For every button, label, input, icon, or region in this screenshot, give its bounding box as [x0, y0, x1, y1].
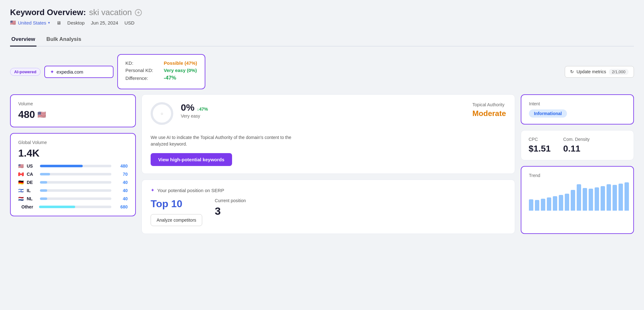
country-code-us: US [27, 163, 37, 169]
cpc-block: CPC $1.51 [529, 137, 551, 154]
serp-potential-section: Top 10 Analyze competitors [151, 198, 202, 226]
topical-authority-section: Topical Authority Moderate [472, 102, 506, 118]
global-volume-value: 1.4K [18, 147, 128, 159]
trend-chart [529, 182, 626, 211]
analyze-competitors-button[interactable]: Analyze competitors [151, 214, 202, 226]
serp-body: Top 10 Analyze competitors Current posit… [151, 198, 506, 226]
cpc-density-card: CPC $1.51 Com. Density 0.11 [521, 130, 634, 160]
kd-label: KD: [125, 60, 160, 66]
bar-fill-us [40, 165, 83, 167]
cpc-value: $1.51 [529, 144, 551, 154]
serp-header: ✦ Your potential position on SERP [151, 187, 506, 193]
trend-bar-7 [571, 190, 575, 211]
sparkle-icon-serp: ✦ [151, 187, 155, 193]
view-keywords-button[interactable]: View high-potential keywords [151, 153, 232, 166]
count-ca: 70 [114, 172, 128, 177]
country-code-nl: NL [27, 196, 37, 201]
volume-card: Volume 480 🇺🇸 [10, 94, 136, 127]
trend-bar-4 [553, 196, 557, 211]
serp-card: ✦ Your potential position on SERP Top 10… [142, 180, 515, 234]
topical-authority-label: Topical Authority [472, 102, 506, 107]
country-code-de: DE [27, 180, 37, 185]
trend-bar-8 [577, 184, 581, 211]
add-keyword-icon[interactable]: + [135, 9, 142, 16]
update-metrics-label: Update metrics [576, 69, 606, 74]
trend-bar-10 [589, 189, 593, 211]
density-value: 0.11 [563, 144, 590, 154]
page: Keyword Overview: ski vacation + 🇺🇸 Unit… [0, 0, 644, 310]
intent-label: Intent [529, 101, 626, 106]
country-label: United States [18, 20, 46, 25]
trend-bar-15 [619, 184, 623, 211]
trend-bar-13 [607, 184, 611, 211]
trend-bar-0 [529, 199, 533, 211]
list-item: 🇮🇱 IL 40 [18, 188, 128, 193]
tab-bulk-analysis[interactable]: Bulk Analysis [45, 33, 83, 47]
trend-bar-16 [625, 182, 629, 211]
trend-card: Trend [521, 166, 634, 234]
date-label: Jun 25, 2024 [91, 20, 118, 25]
country-code-other: Other [21, 204, 36, 209]
volume-value: 480 🇺🇸 [18, 109, 128, 120]
us-flag-icon: 🇺🇸 [37, 111, 46, 119]
bar-fill-nl [40, 197, 47, 200]
trend-bar-14 [613, 185, 617, 211]
kd-description: Very easy [181, 113, 208, 119]
serp-current-section: Current position 3 [215, 198, 246, 217]
trend-bar-5 [559, 195, 563, 211]
personal-kd-row: Personal KD: Very easy (0%) [125, 68, 197, 73]
count-il: 40 [114, 188, 128, 193]
tab-overview[interactable]: Overview [10, 33, 36, 47]
currency-label: USD [125, 20, 135, 25]
list-item: 🇺🇸 US 480 [18, 163, 128, 169]
bar-bg-nl [40, 197, 111, 200]
kd-trend-down: ↓47% [197, 107, 208, 112]
flag-ca: 🇨🇦 [18, 172, 24, 177]
count-us: 480 [114, 163, 128, 169]
domain-value: expedia.com [57, 69, 83, 75]
count-other: 680 [114, 204, 128, 209]
trend-label: Trend [529, 173, 626, 178]
kd-main-value: 0% ↓47% [181, 102, 208, 113]
personal-kd-label: Personal KD: [125, 68, 160, 73]
serp-header-label: Your potential position on SERP [157, 188, 224, 193]
bar-fill-ca [40, 173, 50, 175]
list-item: 🇨🇦 CA 70 [18, 172, 128, 177]
count-de: 40 [114, 180, 128, 185]
desktop-icon: 🖥 [56, 20, 61, 25]
left-column: Volume 480 🇺🇸 Global Volume 1.4K 🇺🇸 US [10, 94, 136, 234]
flag-nl: 🇳🇱 [18, 196, 24, 201]
bar-bg-il [40, 189, 111, 192]
device-label: Desktop [67, 20, 85, 25]
bar-bg-ca [40, 173, 111, 175]
count-nl: 40 [114, 196, 128, 201]
bar-fill-de [40, 181, 47, 184]
domain-input[interactable]: ✦ expedia.com [44, 66, 114, 78]
kd-diff-label: Difference: [125, 75, 160, 81]
current-position-value: 3 [215, 205, 246, 217]
kd-circle: ○ [151, 102, 173, 125]
refresh-icon: ↻ [570, 69, 574, 74]
middle-column: ○ 0% ↓47% Very easy Topical Authorit [142, 94, 515, 234]
bar-fill-il [40, 189, 47, 192]
flag-de: 🇩🇪 [18, 180, 24, 185]
list-item: Other 680 [18, 204, 128, 209]
trend-bar-9 [583, 188, 587, 211]
toolbar-row: AI-powered ✦ expedia.com KD: Possible (4… [10, 54, 634, 89]
trend-bar-1 [535, 200, 539, 211]
chevron-down-icon: ▾ [48, 21, 50, 25]
trend-bar-12 [601, 186, 605, 211]
update-metrics-button[interactable]: ↻ Update metrics 2/1,000 [565, 66, 634, 78]
bar-fill-other [39, 206, 75, 208]
trend-bar-6 [565, 194, 569, 211]
kd-topical-card: ○ 0% ↓47% Very easy Topical Authorit [142, 94, 515, 174]
kd-value: Possible (47%) [164, 60, 197, 66]
personal-kd-value: Very easy (0%) [164, 68, 197, 73]
tab-bar: Overview Bulk Analysis [10, 33, 634, 47]
country-selector[interactable]: 🇺🇸 United States ▾ [10, 20, 50, 25]
sparkle-icon: ✦ [50, 69, 54, 75]
flag-us: 🇺🇸 [18, 163, 24, 169]
country-list: 🇺🇸 US 480 🇨🇦 CA 70 🇩🇪 DE [18, 163, 128, 209]
bar-bg-other [39, 206, 111, 208]
trend-bar-2 [541, 199, 545, 211]
